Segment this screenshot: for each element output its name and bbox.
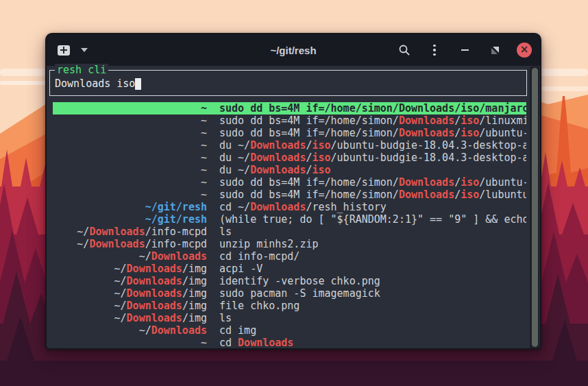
search-button[interactable] bbox=[396, 42, 413, 58]
row-command: file chko.png bbox=[219, 300, 526, 312]
scrollbar-thumb[interactable] bbox=[532, 68, 538, 347]
history-row[interactable]: ~/Downloadscd img bbox=[53, 324, 526, 337]
row-context: ~/git/resh bbox=[53, 213, 207, 226]
plain-text: sudo dd bs=4M if=/home/simon/ bbox=[219, 189, 399, 201]
history-row[interactable]: ~sudo dd bs=4M if=/home/simon/Downloads/… bbox=[53, 114, 526, 127]
row-context: ~ bbox=[53, 337, 207, 349]
history-row[interactable]: ~/git/reshcd ~/Downloads/resh_history bbox=[53, 201, 526, 213]
menu-button[interactable] bbox=[426, 42, 443, 58]
plain-text: /info-mcpd bbox=[145, 226, 207, 238]
column-gap bbox=[207, 114, 219, 127]
history-row[interactable]: ~sudo dd bs=4M if=/home/simon/Downloads/… bbox=[53, 127, 526, 139]
chevron-down-icon[interactable] bbox=[81, 48, 88, 52]
history-row[interactable]: ~du ~/Downloads/iso/ubuntu-budgie-18.04.… bbox=[53, 139, 526, 152]
match-text: Downloads bbox=[89, 226, 145, 238]
row-context: ~/Downloads/img bbox=[53, 263, 207, 275]
history-row[interactable]: ~sudo dd bs=4M if=/home/simon/Downloads/… bbox=[53, 176, 526, 189]
row-command: du ~/Downloads/iso/ubuntu-budgie-18.04.3… bbox=[219, 152, 526, 164]
match-text: Downloads bbox=[399, 102, 454, 114]
history-row[interactable]: ~/git/resh(while true; do [ "${RANDOM:2:… bbox=[53, 213, 526, 226]
plain-text: du ~/ bbox=[219, 164, 250, 176]
plain-text: / bbox=[454, 102, 461, 114]
match-text: iso bbox=[461, 176, 479, 189]
row-context: ~/Downloads bbox=[53, 250, 207, 263]
plain-text: sudo dd bs=4M if=/home/simon/ bbox=[219, 176, 399, 189]
search-query-text: Downloads iso bbox=[55, 77, 135, 90]
plain-text: ~/ bbox=[139, 324, 151, 337]
row-context: ~ bbox=[53, 114, 207, 127]
column-gap bbox=[207, 189, 219, 201]
row-context: ~/Downloads bbox=[53, 324, 207, 337]
row-context: ~ bbox=[53, 164, 207, 176]
plain-text: ~ bbox=[201, 127, 207, 139]
plain-text: acpi -V bbox=[219, 263, 262, 275]
history-row[interactable]: ~du ~/Downloads/iso bbox=[53, 164, 526, 176]
match-text: Downloads bbox=[127, 287, 182, 300]
restore-button[interactable] bbox=[487, 42, 503, 58]
history-row[interactable]: ~/Downloads/info-mcpdls bbox=[53, 226, 526, 238]
path-text: ~/git/resh bbox=[145, 201, 207, 213]
match-text: Downloads bbox=[399, 114, 454, 127]
row-command: cd ~/Downloads/resh_history bbox=[219, 201, 526, 213]
new-tab-button[interactable] bbox=[55, 43, 73, 58]
plain-text: cd ~/ bbox=[219, 201, 250, 213]
titlebar[interactable]: ~/git/resh × bbox=[47, 34, 540, 66]
close-icon: × bbox=[520, 45, 529, 55]
row-command: (while true; do [ "${RANDOM:2:1}" == "9"… bbox=[219, 213, 526, 226]
restore-icon bbox=[491, 46, 500, 55]
match-text: iso bbox=[312, 152, 330, 164]
plain-text: ~ bbox=[201, 152, 207, 164]
column-gap bbox=[207, 102, 219, 114]
column-gap bbox=[207, 238, 219, 250]
plain-text: sudo dd bs=4M if=/home/simon/ bbox=[219, 127, 399, 139]
history-row[interactable]: ~/Downloadscd info-mcpd/ bbox=[53, 250, 526, 263]
row-context: ~ bbox=[53, 152, 207, 164]
plain-text: cd img bbox=[219, 324, 256, 337]
match-text: Downloads bbox=[250, 139, 306, 152]
plain-text: (while true; do [ "${RANDOM:2:1}" == "9"… bbox=[219, 213, 526, 226]
history-row[interactable]: ~du ~/Downloads/iso/ubuntu-budgie-18.04.… bbox=[53, 152, 526, 164]
column-gap bbox=[207, 201, 219, 213]
plain-text: sudo dd bs=4M if=/home/simon/ bbox=[219, 114, 399, 127]
column-gap bbox=[207, 127, 219, 139]
scrollbar[interactable] bbox=[530, 67, 539, 348]
row-context: ~/git/resh bbox=[53, 201, 207, 213]
plain-text: du ~/ bbox=[219, 152, 250, 164]
plain-text: ~/ bbox=[77, 238, 89, 250]
row-command: sudo dd bs=4M if=/home/simon/Downloads/i… bbox=[219, 114, 526, 127]
history-row[interactable]: ~/Downloads/info-mcpdunzip minhs2.zip bbox=[53, 238, 526, 250]
plain-text: ~ bbox=[201, 189, 207, 201]
row-context: ~ bbox=[53, 176, 207, 189]
plain-text: /img bbox=[182, 287, 207, 300]
match-text: iso bbox=[312, 139, 330, 152]
row-context: ~/Downloads/img bbox=[53, 275, 207, 287]
plain-text: ~ bbox=[201, 164, 207, 176]
history-row[interactable]: ~/Downloads/imgls bbox=[53, 312, 526, 324]
row-command: sudo dd bs=4M if=/home/simon/Downloads/i… bbox=[219, 127, 526, 139]
column-gap bbox=[207, 139, 219, 152]
history-row[interactable]: ~/Downloads/imgacpi -V bbox=[53, 263, 526, 275]
row-command: sudo dd bs=4M if=/home/simon/Downloads/i… bbox=[219, 176, 526, 189]
minimize-button[interactable] bbox=[456, 42, 473, 58]
history-row[interactable]: ~/Downloads/imgfile chko.png bbox=[53, 300, 526, 312]
row-context: ~/Downloads/img bbox=[53, 312, 207, 324]
column-gap bbox=[207, 263, 219, 275]
close-button[interactable]: × bbox=[517, 43, 532, 58]
search-input[interactable]: Downloads iso bbox=[50, 71, 526, 90]
history-row-selected[interactable]: ~sudo dd bs=4M if=/home/simon/Downloads/… bbox=[53, 102, 526, 114]
history-row[interactable]: ~/Downloads/imgsudo pacman -S imagemagic… bbox=[53, 287, 526, 300]
plain-text: /resh_history bbox=[306, 201, 386, 213]
match-text: Downloads bbox=[399, 127, 454, 139]
match-text: Downloads bbox=[127, 263, 182, 275]
match-text: Downloads bbox=[250, 152, 306, 164]
row-context: ~ bbox=[53, 189, 207, 201]
match-text: Downloads bbox=[238, 337, 293, 349]
column-gap bbox=[207, 152, 219, 164]
minimize-icon bbox=[461, 49, 469, 51]
history-row[interactable]: ~/Downloads/imgidentify -verbose chko.pn… bbox=[53, 275, 526, 287]
plain-text: /ubuntu- bbox=[479, 127, 526, 139]
plain-text: ~ bbox=[201, 176, 207, 189]
match-text: iso bbox=[461, 127, 479, 139]
history-row[interactable]: ~cd Downloads bbox=[53, 337, 526, 349]
history-row[interactable]: ~sudo dd bs=4M if=/home/simon/Downloads/… bbox=[53, 189, 526, 201]
